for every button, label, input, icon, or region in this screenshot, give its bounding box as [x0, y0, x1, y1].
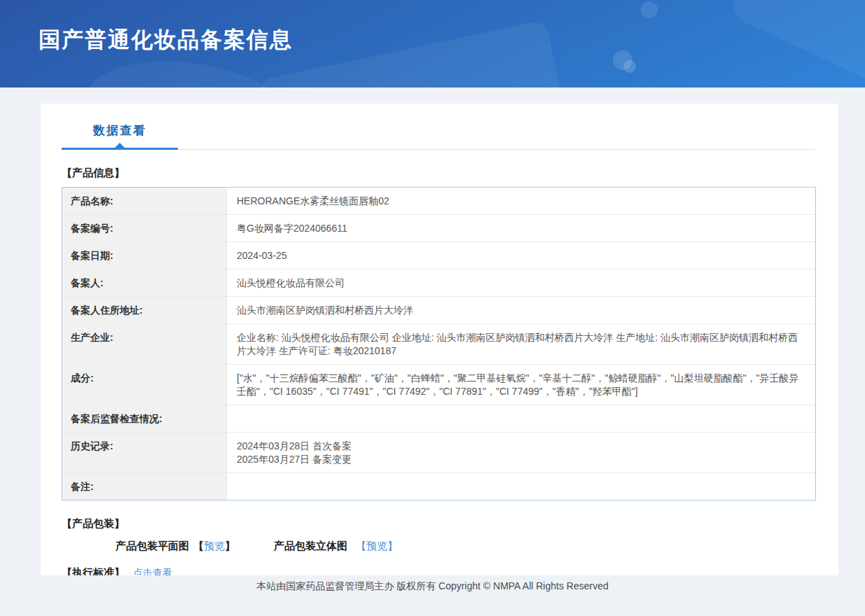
- banner-decoration-dot: [623, 60, 636, 73]
- table-row-value: ["水"，"十三烷醇偏苯三酸酯"，"矿油"，"白蜂蜡"，"聚二甲基硅氧烷"，"辛…: [227, 365, 815, 405]
- table-row: 备注:: [62, 473, 815, 500]
- bracket-close: 】: [225, 540, 235, 553]
- table-row: 成分: ["水"，"十三烷醇偏苯三酸酯"，"矿油"，"白蜂蜡"，"聚二甲基硅氧烷…: [62, 365, 815, 405]
- table-row: 产品名称: HERORANGE水雾柔丝镜面唇釉02: [62, 188, 815, 215]
- value-line: 2025年03月27日 备案变更: [237, 453, 805, 466]
- content-card: 数据查看 【产品信息】 产品名称: HERORANGE水雾柔丝镜面唇釉02 备案…: [41, 104, 838, 575]
- table-row-value: [227, 473, 815, 500]
- packaging-flat-view-item: 产品包装平面图 【 预览 】: [116, 540, 235, 553]
- table-row-label: 备注:: [62, 473, 227, 500]
- table-row-value: 企业名称: 汕头悦橙化妆品有限公司 企业地址: 汕头市潮南区胪岗镇泗和村桥西片大…: [227, 324, 815, 364]
- value-line: 粤G妆网备字2024066611: [237, 222, 805, 235]
- table-row-label: 产品名称:: [62, 188, 227, 214]
- value-line: 汕头悦橙化妆品有限公司: [237, 276, 805, 290]
- table-row-value: 粤G妆网备字2024066611: [227, 215, 815, 241]
- table-row-value: 汕头悦橙化妆品有限公司: [227, 270, 815, 296]
- table-row: 备案人: 汕头悦橙化妆品有限公司: [62, 270, 815, 297]
- packaging-flat-view-preview-link[interactable]: 预览: [204, 540, 225, 553]
- packaging-3d-view-item: 产品包装立体图 【 预览 】: [274, 540, 398, 553]
- table-row-label: 备案日期:: [62, 242, 227, 269]
- table-row-value: [227, 405, 815, 432]
- table-row-label: 生产企业:: [62, 324, 227, 364]
- tab-caret-icon: [115, 143, 125, 148]
- table-row-label: 备案编号:: [62, 215, 227, 241]
- bracket-close: 】: [387, 540, 398, 553]
- banner-decoration-shape: [726, 0, 865, 88]
- table-row: 备案人住所地址: 汕头市潮南区胪岗镇泗和村桥西片大坽洋: [62, 297, 815, 324]
- packaging-3d-view-preview-link[interactable]: 预览: [366, 540, 387, 553]
- page-footer: 本站由国家药品监督管理局主办 版权所有 Copyright © NMPA All…: [0, 575, 865, 616]
- value-line: 汕头市潮南区胪岗镇泗和村桥西片大坽洋: [237, 304, 805, 317]
- table-row-value: 2024年03月28日 首次备案2025年03月27日 备案变更: [227, 433, 815, 472]
- table-row: 备案后监督检查情况:: [62, 405, 815, 433]
- packaging-3d-view-label: 产品包装立体图: [274, 540, 347, 553]
- table-row-label: 成分:: [62, 365, 227, 405]
- packaging-row: 产品包装平面图 【 预览 】 产品包装立体图 【 预览 】: [116, 540, 816, 553]
- value-line: ["水"，"十三烷醇偏苯三酸酯"，"矿油"，"白蜂蜡"，"聚二甲基硅氧烷"，"辛…: [237, 372, 805, 398]
- table-row-value: 2024-03-25: [227, 242, 815, 269]
- table-row: 备案编号: 粤G妆网备字2024066611: [62, 215, 815, 242]
- tab-active-indicator: [62, 148, 178, 150]
- banner-decoration-shape: [258, 20, 569, 88]
- table-row: 备案日期: 2024-03-25: [62, 242, 815, 270]
- section-product-info-title: 【产品信息】: [62, 167, 816, 180]
- bracket-open: 【: [356, 540, 366, 553]
- table-row: 历史记录: 2024年03月28日 首次备案2025年03月27日 备案变更: [62, 433, 815, 473]
- value-line: 2024年03月28日 首次备案: [237, 440, 805, 453]
- table-row-label: 备案人住所地址:: [62, 297, 227, 323]
- page-header: 国产普通化妆品备案信息: [0, 0, 865, 88]
- table-row-label: 备案人:: [62, 270, 227, 296]
- page-title: 国产普通化妆品备案信息: [39, 25, 293, 55]
- table-row-value: HERORANGE水雾柔丝镜面唇釉02: [227, 188, 815, 214]
- value-line: 2024-03-25: [237, 249, 805, 262]
- value-line: 企业名称: 汕头悦橙化妆品有限公司 企业地址: 汕头市潮南区胪岗镇泗和村桥西片大…: [237, 331, 805, 358]
- product-info-table: 产品名称: HERORANGE水雾柔丝镜面唇釉02 备案编号: 粤G妆网备字20…: [62, 187, 816, 500]
- table-row-label: 历史记录:: [62, 433, 227, 472]
- value-line: HERORANGE水雾柔丝镜面唇釉02: [237, 195, 805, 208]
- banner-decoration-dot: [641, 1, 658, 18]
- table-row-value: 汕头市潮南区胪岗镇泗和村桥西片大坽洋: [227, 297, 815, 323]
- table-row-label: 备案后监督检查情况:: [62, 405, 227, 432]
- packaging-flat-view-label: 产品包装平面图: [116, 540, 189, 553]
- table-row: 生产企业: 企业名称: 汕头悦橙化妆品有限公司 企业地址: 汕头市潮南区胪岗镇泗…: [62, 324, 815, 365]
- tab-data-view[interactable]: 数据查看: [62, 104, 178, 150]
- section-packaging-title: 【产品包装】: [62, 517, 816, 531]
- tab-bar: 数据查看: [62, 104, 816, 150]
- footer-copyright-text: 本站由国家药品监督管理局主办 版权所有 Copyright © NMPA All…: [256, 580, 608, 592]
- bracket-open: 【: [193, 540, 204, 553]
